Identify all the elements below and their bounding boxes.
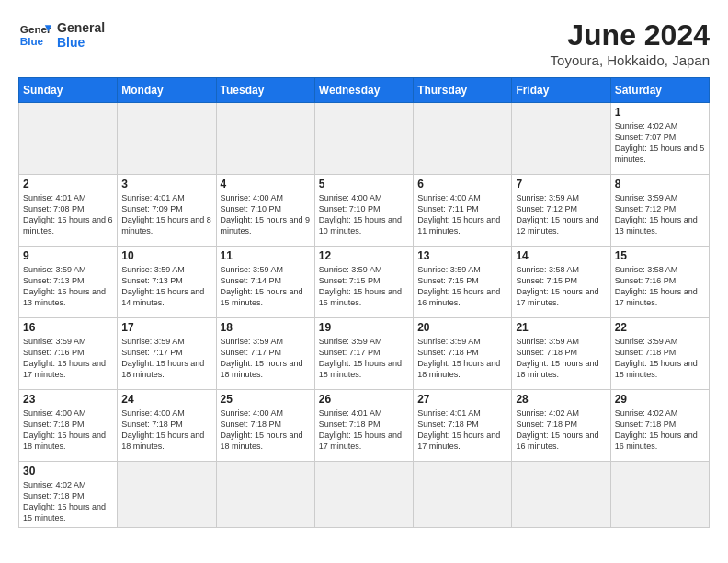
day-info: Sunrise: 3:59 AM Sunset: 7:18 PM Dayligh… — [615, 336, 705, 381]
day-number: 1 — [615, 106, 705, 119]
calendar-day-cell: 27Sunrise: 4:01 AM Sunset: 7:18 PM Dayli… — [414, 390, 512, 462]
day-of-week-header: Monday — [118, 78, 216, 103]
logo: General Blue General Blue — [18, 18, 105, 52]
svg-text:General: General — [20, 23, 51, 35]
day-info: Sunrise: 4:01 AM Sunset: 7:18 PM Dayligh… — [319, 408, 409, 453]
calendar-day-cell — [216, 462, 314, 528]
day-of-week-header: Tuesday — [216, 78, 314, 103]
page-header: General Blue General Blue June 2024 Toyo… — [18, 18, 710, 68]
calendar-day-cell: 24Sunrise: 4:00 AM Sunset: 7:18 PM Dayli… — [118, 390, 216, 462]
calendar-day-cell: 3Sunrise: 4:01 AM Sunset: 7:09 PM Daylig… — [118, 175, 216, 247]
day-number: 22 — [615, 321, 705, 334]
day-number: 12 — [319, 249, 409, 262]
calendar-day-cell — [512, 103, 610, 175]
calendar-day-cell: 21Sunrise: 3:59 AM Sunset: 7:18 PM Dayli… — [512, 318, 610, 390]
calendar-day-cell — [314, 103, 413, 175]
day-number: 25 — [221, 393, 311, 406]
logo-general-text: General — [57, 20, 105, 35]
day-info: Sunrise: 4:02 AM Sunset: 7:18 PM Dayligh… — [615, 408, 705, 453]
calendar-day-cell: 2Sunrise: 4:01 AM Sunset: 7:08 PM Daylig… — [19, 175, 118, 247]
day-info: Sunrise: 4:01 AM Sunset: 7:18 PM Dayligh… — [417, 408, 507, 453]
calendar-week-row: 2Sunrise: 4:01 AM Sunset: 7:08 PM Daylig… — [19, 175, 710, 247]
day-info: Sunrise: 4:00 AM Sunset: 7:18 PM Dayligh… — [23, 408, 113, 453]
day-number: 16 — [23, 321, 113, 334]
day-info: Sunrise: 4:00 AM Sunset: 7:11 PM Dayligh… — [417, 192, 507, 237]
calendar-week-row: 1Sunrise: 4:02 AM Sunset: 7:07 PM Daylig… — [19, 103, 710, 175]
day-info: Sunrise: 3:58 AM Sunset: 7:15 PM Dayligh… — [516, 264, 606, 309]
calendar-title: June 2024 — [551, 18, 710, 52]
day-info: Sunrise: 4:00 AM Sunset: 7:10 PM Dayligh… — [221, 192, 311, 237]
day-info: Sunrise: 4:01 AM Sunset: 7:09 PM Dayligh… — [121, 192, 211, 237]
day-number: 18 — [221, 321, 311, 334]
calendar-day-cell: 8Sunrise: 3:59 AM Sunset: 7:12 PM Daylig… — [610, 175, 709, 247]
calendar-day-cell: 22Sunrise: 3:59 AM Sunset: 7:18 PM Dayli… — [610, 318, 709, 390]
calendar-day-cell: 13Sunrise: 3:59 AM Sunset: 7:15 PM Dayli… — [414, 247, 512, 318]
day-of-week-header: Friday — [512, 78, 610, 103]
day-number: 30 — [23, 465, 113, 477]
calendar-day-cell: 23Sunrise: 4:00 AM Sunset: 7:18 PM Dayli… — [19, 390, 118, 462]
calendar-day-cell: 26Sunrise: 4:01 AM Sunset: 7:18 PM Dayli… — [314, 390, 413, 462]
day-info: Sunrise: 3:59 AM Sunset: 7:18 PM Dayligh… — [516, 336, 606, 381]
calendar-day-cell: 29Sunrise: 4:02 AM Sunset: 7:18 PM Dayli… — [610, 390, 709, 462]
day-info: Sunrise: 3:59 AM Sunset: 7:16 PM Dayligh… — [23, 336, 113, 381]
svg-text:Blue: Blue — [20, 35, 44, 47]
calendar-week-row: 16Sunrise: 3:59 AM Sunset: 7:16 PM Dayli… — [19, 318, 710, 390]
calendar-day-cell: 10Sunrise: 3:59 AM Sunset: 7:13 PM Dayli… — [118, 247, 216, 318]
day-info: Sunrise: 3:59 AM Sunset: 7:17 PM Dayligh… — [121, 336, 211, 381]
calendar-day-cell — [118, 462, 216, 528]
day-number: 9 — [23, 249, 113, 262]
calendar-day-cell: 19Sunrise: 3:59 AM Sunset: 7:17 PM Dayli… — [314, 318, 413, 390]
day-info: Sunrise: 3:59 AM Sunset: 7:15 PM Dayligh… — [417, 264, 507, 309]
calendar-day-cell: 9Sunrise: 3:59 AM Sunset: 7:13 PM Daylig… — [19, 247, 118, 318]
calendar-header-row: SundayMondayTuesdayWednesdayThursdayFrid… — [19, 78, 710, 103]
calendar-day-cell — [414, 462, 512, 528]
logo-blue-text: Blue — [57, 35, 105, 50]
calendar-day-cell — [314, 462, 413, 528]
calendar-day-cell: 1Sunrise: 4:02 AM Sunset: 7:07 PM Daylig… — [610, 103, 709, 175]
calendar-day-cell — [19, 103, 118, 175]
day-info: Sunrise: 3:59 AM Sunset: 7:17 PM Dayligh… — [319, 336, 409, 381]
day-number: 10 — [121, 249, 211, 262]
day-number: 26 — [319, 393, 409, 406]
day-info: Sunrise: 4:00 AM Sunset: 7:18 PM Dayligh… — [221, 408, 311, 453]
day-info: Sunrise: 3:59 AM Sunset: 7:13 PM Dayligh… — [121, 264, 211, 309]
day-number: 23 — [23, 393, 113, 406]
day-info: Sunrise: 4:00 AM Sunset: 7:18 PM Dayligh… — [121, 408, 211, 453]
calendar-day-cell: 25Sunrise: 4:00 AM Sunset: 7:18 PM Dayli… — [216, 390, 314, 462]
calendar-day-cell — [216, 103, 314, 175]
day-number: 19 — [319, 321, 409, 334]
day-number: 24 — [121, 393, 211, 406]
day-number: 14 — [516, 249, 606, 262]
day-info: Sunrise: 3:59 AM Sunset: 7:12 PM Dayligh… — [615, 192, 705, 237]
day-number: 15 — [615, 249, 705, 262]
day-number: 3 — [121, 178, 211, 190]
day-number: 8 — [615, 178, 705, 190]
calendar-day-cell: 16Sunrise: 3:59 AM Sunset: 7:16 PM Dayli… — [19, 318, 118, 390]
day-info: Sunrise: 3:59 AM Sunset: 7:14 PM Dayligh… — [221, 264, 311, 309]
calendar-table: SundayMondayTuesdayWednesdayThursdayFrid… — [18, 77, 710, 528]
day-number: 29 — [615, 393, 705, 406]
calendar-day-cell: 15Sunrise: 3:58 AM Sunset: 7:16 PM Dayli… — [610, 247, 709, 318]
calendar-day-cell: 11Sunrise: 3:59 AM Sunset: 7:14 PM Dayli… — [216, 247, 314, 318]
day-info: Sunrise: 3:59 AM Sunset: 7:17 PM Dayligh… — [221, 336, 311, 381]
day-of-week-header: Saturday — [610, 78, 709, 103]
day-number: 7 — [516, 178, 606, 190]
calendar-day-cell: 30Sunrise: 4:02 AM Sunset: 7:18 PM Dayli… — [19, 462, 118, 528]
calendar-day-cell — [414, 103, 512, 175]
day-number: 21 — [516, 321, 606, 334]
calendar-day-cell: 4Sunrise: 4:00 AM Sunset: 7:10 PM Daylig… — [216, 175, 314, 247]
day-info: Sunrise: 4:00 AM Sunset: 7:10 PM Dayligh… — [319, 192, 409, 237]
day-number: 6 — [417, 178, 507, 190]
day-info: Sunrise: 3:59 AM Sunset: 7:12 PM Dayligh… — [516, 192, 606, 237]
calendar-day-cell: 12Sunrise: 3:59 AM Sunset: 7:15 PM Dayli… — [314, 247, 413, 318]
calendar-week-row: 23Sunrise: 4:00 AM Sunset: 7:18 PM Dayli… — [19, 390, 710, 462]
day-of-week-header: Thursday — [414, 78, 512, 103]
day-info: Sunrise: 3:58 AM Sunset: 7:16 PM Dayligh… — [615, 264, 705, 309]
calendar-day-cell: 28Sunrise: 4:02 AM Sunset: 7:18 PM Dayli… — [512, 390, 610, 462]
day-number: 27 — [417, 393, 507, 406]
day-number: 11 — [221, 249, 311, 262]
calendar-day-cell: 14Sunrise: 3:58 AM Sunset: 7:15 PM Dayli… — [512, 247, 610, 318]
day-info: Sunrise: 4:01 AM Sunset: 7:08 PM Dayligh… — [23, 192, 113, 237]
calendar-day-cell: 7Sunrise: 3:59 AM Sunset: 7:12 PM Daylig… — [512, 175, 610, 247]
day-number: 13 — [417, 249, 507, 262]
